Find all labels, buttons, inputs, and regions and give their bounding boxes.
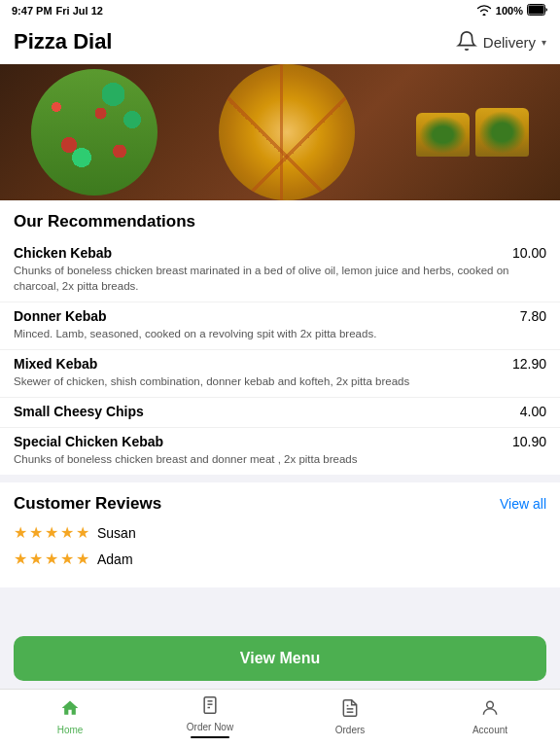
- nav-item-account[interactable]: Account: [420, 698, 560, 735]
- star-icon: ★: [76, 523, 89, 542]
- nav-indicator: [191, 736, 229, 738]
- menu-item[interactable]: Small Cheesy Chips 4.00: [0, 398, 560, 428]
- menu-item[interactable]: Donner Kebab 7.80 Minced. Lamb, seasoned…: [0, 302, 560, 350]
- menu-item-price: 10.90: [512, 434, 546, 449]
- menu-item-name: Donner Kebab: [14, 308, 510, 324]
- nav-label-order-now: Order Now: [187, 722, 233, 732]
- nav-label-home: Home: [57, 725, 84, 735]
- nav-label-orders: Orders: [335, 725, 366, 735]
- svg-point-9: [487, 701, 494, 708]
- star-icon: ★: [45, 523, 58, 542]
- orders-icon: [340, 698, 360, 723]
- bread-slice-2: [475, 108, 529, 157]
- pizza-image: [219, 64, 355, 200]
- header-actions: Delivery ▾: [456, 30, 546, 54]
- star-rating: ★ ★ ★ ★ ★: [14, 523, 89, 542]
- bread-slice-1: [416, 113, 470, 157]
- menu-item-name: Mixed Kebab: [14, 356, 503, 372]
- reviewer-name: Susan: [97, 525, 136, 541]
- star-icon: ★: [14, 523, 27, 542]
- bread-image: [416, 108, 529, 157]
- menu-item-price: 12.90: [512, 356, 546, 372]
- star-icon: ★: [60, 550, 74, 568]
- star-icon: ★: [29, 550, 43, 568]
- reviews-section: Customer Reviews View all ★ ★ ★ ★ ★ Susa…: [0, 482, 560, 587]
- menu-item[interactable]: Chicken Kebab 10.00 Chunks of boneless c…: [0, 239, 560, 302]
- star-icon: ★: [76, 550, 89, 568]
- bottom-navigation: Home Order Now Orders: [0, 689, 560, 747]
- menu-item-price: 7.80: [520, 308, 546, 324]
- app-title: Pizza Dial: [14, 29, 112, 54]
- menu-item[interactable]: Mixed Kebab 12.90 Skewer of chicken, shi…: [0, 350, 560, 398]
- star-rating: ★ ★ ★ ★ ★: [14, 550, 89, 568]
- svg-rect-1: [529, 6, 544, 15]
- nav-item-order-now[interactable]: Order Now: [140, 695, 280, 738]
- star-icon: ★: [29, 523, 43, 542]
- order-now-icon: [200, 695, 220, 720]
- menu-item-price: 4.00: [520, 404, 546, 419]
- app-header: Pizza Dial Delivery ▾: [0, 21, 560, 64]
- battery-icon: [527, 4, 548, 18]
- status-bar: 9:47 PM Fri Jul 12 100%: [0, 0, 560, 21]
- salad-image: [31, 69, 158, 196]
- menu-item-price: 10.00: [512, 245, 546, 261]
- menu-item-name: Small Cheesy Chips: [14, 404, 510, 419]
- nav-item-orders[interactable]: Orders: [280, 698, 420, 735]
- review-item: ★ ★ ★ ★ ★ Adam: [14, 550, 546, 568]
- account-icon: [480, 698, 500, 723]
- star-icon: ★: [60, 523, 74, 542]
- nav-label-account: Account: [472, 725, 508, 735]
- menu-item-desc: Chunks of boneless chicken breast marina…: [14, 263, 546, 294]
- recommendations-section: Our Recommendations Chicken Kebab 10.00 …: [0, 200, 560, 475]
- menu-item-desc: Chunks of boneless chicken breast and do…: [14, 451, 546, 467]
- menu-item-name: Special Chicken Kebab: [14, 434, 503, 449]
- star-icon: ★: [45, 550, 58, 568]
- reviews-header: Customer Reviews View all: [14, 494, 546, 514]
- bell-icon[interactable]: [456, 30, 477, 54]
- status-time: 9:47 PM: [12, 5, 52, 17]
- star-icon: ★: [14, 550, 27, 568]
- status-date: Fri Jul 12: [56, 5, 103, 17]
- hero-banner: [0, 64, 560, 200]
- view-menu-button[interactable]: View Menu: [14, 636, 546, 681]
- recommendations-title: Our Recommendations: [0, 200, 560, 239]
- reviews-title: Customer Reviews: [14, 494, 161, 514]
- view-menu-bar: View Menu: [0, 628, 560, 689]
- menu-item-desc: Skewer of chicken, shish combination, do…: [14, 374, 546, 389]
- menu-item-desc: Minced. Lamb, seasoned, cooked on a revo…: [14, 326, 546, 341]
- nav-item-home[interactable]: Home: [0, 698, 140, 735]
- svg-rect-2: [204, 696, 216, 713]
- reviewer-name: Adam: [97, 551, 133, 567]
- battery-label: 100%: [496, 5, 523, 17]
- wifi-icon: [476, 4, 492, 18]
- menu-item-name: Chicken Kebab: [14, 245, 503, 261]
- home-icon: [60, 698, 80, 723]
- delivery-label[interactable]: Delivery: [483, 34, 536, 51]
- view-all-link[interactable]: View all: [500, 496, 546, 512]
- review-item: ★ ★ ★ ★ ★ Susan: [14, 523, 546, 542]
- menu-item[interactable]: Special Chicken Kebab 10.90 Chunks of bo…: [0, 428, 560, 475]
- chevron-down-icon[interactable]: ▾: [542, 37, 546, 48]
